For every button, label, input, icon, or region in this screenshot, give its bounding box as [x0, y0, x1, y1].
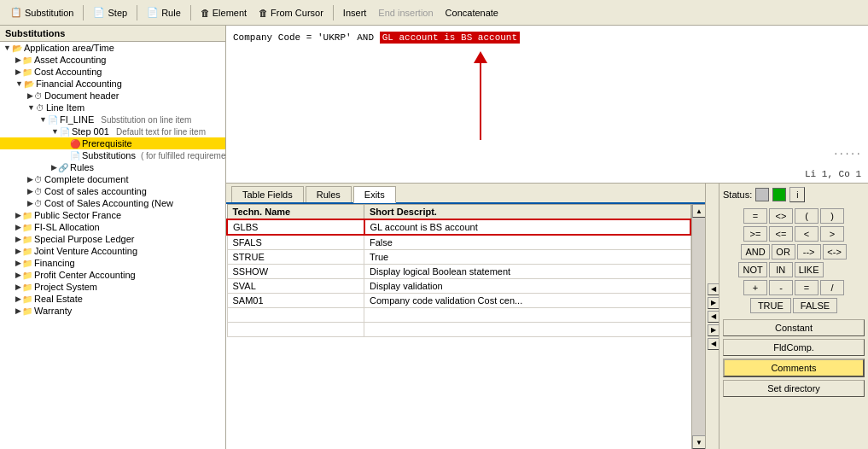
tree-item-cost[interactable]: ▶ 📁 Cost Accounting: [0, 66, 225, 78]
side-btn4[interactable]: ▶: [708, 324, 719, 336]
tree-item-warranty[interactable]: ▶ 📁 Warranty: [0, 305, 225, 317]
op-plus[interactable]: +: [743, 280, 767, 295]
expand-icon[interactable]: ▶: [15, 247, 21, 255]
tree-item-real-estate[interactable]: ▶ 📁 Real Estate: [0, 293, 225, 305]
op-like[interactable]: LIKE: [795, 262, 824, 277]
tree-item-joint-venture[interactable]: ▶ 📁 Joint Venture Accounting: [0, 245, 225, 257]
expand-icon[interactable]: ▶: [27, 175, 33, 184]
toolbar-insert[interactable]: Insert: [338, 5, 372, 20]
panel-header: Substitutions: [0, 26, 225, 42]
op-slash[interactable]: /: [820, 280, 844, 295]
toolbar-element[interactable]: 🗑 Element: [195, 5, 252, 20]
tree-item-fi-line[interactable]: ▼ 📄 FI_LINE Substitution on line item: [0, 114, 225, 125]
expand-icon[interactable]: ▶: [27, 187, 33, 195]
fldcomp-button[interactable]: FldComp.: [723, 339, 865, 356]
tab-table-fields[interactable]: Table Fields: [231, 186, 304, 202]
op-equals[interactable]: =: [743, 208, 767, 224]
expand-icon[interactable]: ▼: [3, 44, 11, 52]
tree-item-complete-doc[interactable]: ▶ ⏱ Complete document: [0, 173, 225, 185]
op-arrow-both[interactable]: <->: [823, 244, 847, 259]
tree-item-fin-acc[interactable]: ▼ 📂 Financial Accounting: [0, 78, 225, 90]
scroll-down-btn[interactable]: ▼: [692, 435, 705, 449]
expand-icon[interactable]: ▶: [27, 91, 33, 100]
tab-exits[interactable]: Exits: [353, 186, 396, 203]
tree-item-step001[interactable]: ▼ 📄 Step 001 Default text for line item: [0, 125, 225, 137]
expand-icon[interactable]: ▶: [27, 199, 33, 207]
op-open-paren[interactable]: (: [795, 208, 818, 224]
table-row-glbs[interactable]: GLBS GL account is BS account: [227, 219, 690, 235]
toolbar-end-insertion[interactable]: End insertion: [373, 5, 438, 20]
table-row-empty1: [227, 308, 690, 323]
tree-item-substitutions[interactable]: ▶ 📄 Substitutions ( for fulfilled requir…: [0, 149, 225, 161]
tree-item-asset[interactable]: ▶ 📁 Asset Accounting: [0, 54, 225, 66]
tree-item-financing[interactable]: ▶ 📁 Financing: [0, 257, 225, 269]
op-false[interactable]: FALSE: [793, 298, 837, 313]
expand-icon[interactable]: ▶: [15, 271, 21, 279]
expand-icon[interactable]: ▶: [15, 283, 21, 291]
expand-icon[interactable]: ▶: [15, 294, 21, 303]
code-editor[interactable]: Company Code = 'UKRP' AND GL account is …: [226, 26, 868, 184]
op-not-equals[interactable]: <>: [769, 208, 793, 224]
expand-icon[interactable]: ▶: [15, 67, 21, 76]
op-true[interactable]: TRUE: [750, 298, 791, 313]
expand-icon[interactable]: ▶: [15, 223, 21, 231]
tree-item-prerequisite[interactable]: ▶ 🔴 Prerequisite: [0, 137, 225, 149]
expand-icon[interactable]: ▼: [39, 115, 47, 124]
table-row-sam01[interactable]: SAM01 Company code validation Cost cen..…: [227, 294, 690, 308]
tree-item-special-purpose[interactable]: ▶ 📁 Special Purpose Ledger: [0, 233, 225, 245]
op-gte[interactable]: >=: [743, 226, 767, 242]
scroll-up-btn[interactable]: ▲: [692, 204, 705, 218]
toolbar-from-cursor[interactable]: 🗑 From Cursor: [253, 5, 329, 20]
expand-icon[interactable]: ▼: [15, 79, 23, 88]
toolbar-step[interactable]: 📄 Step: [88, 4, 132, 20]
cell-name: SFALS: [227, 235, 364, 250]
tree-item-fi-sl[interactable]: ▶ 📁 FI-SL Allocation: [0, 221, 225, 233]
tree-item-project-sys[interactable]: ▶ 📁 Project System: [0, 281, 225, 293]
cell-desc: GL account is BS account: [364, 219, 690, 235]
info-button[interactable]: i: [789, 187, 805, 202]
set-directory-button[interactable]: Set directory: [723, 380, 865, 397]
side-btn3[interactable]: ◀: [708, 311, 719, 323]
op-close-paren[interactable]: ): [820, 208, 844, 224]
side-btn5[interactable]: ◀: [708, 338, 719, 350]
toolbar-substitution[interactable]: 📋 Substitution: [5, 4, 79, 20]
op-and[interactable]: AND: [741, 244, 769, 259]
expand-icon[interactable]: ▼: [27, 103, 35, 112]
constant-button[interactable]: Constant: [723, 319, 865, 336]
side-btn2[interactable]: ▶: [708, 297, 719, 309]
tree-item-app-area[interactable]: ▼ 📂 Application area/Time: [0, 42, 225, 54]
table-row-sval[interactable]: SVAL Display validation: [227, 279, 690, 294]
expand-icon[interactable]: ▶: [15, 259, 21, 267]
op-lt[interactable]: <: [795, 226, 818, 242]
tree-item-line-item[interactable]: ▼ ⏱ Line Item: [0, 102, 225, 114]
op-or[interactable]: OR: [772, 244, 795, 259]
tab-rules[interactable]: Rules: [306, 186, 352, 202]
expand-icon[interactable]: ▼: [51, 127, 59, 136]
tree-item-doc-header[interactable]: ▶ ⏱ Document header: [0, 90, 225, 102]
toolbar-rule[interactable]: 📄 Rule: [142, 4, 186, 20]
table-row-strue[interactable]: STRUE True: [227, 250, 690, 265]
tree-item-cost-sales[interactable]: ▶ ⏱ Cost of sales accounting: [0, 185, 225, 197]
expand-icon[interactable]: ▶: [15, 306, 21, 315]
table-row-sfals[interactable]: SFALS False: [227, 235, 690, 250]
op-star[interactable]: =: [795, 280, 818, 295]
table-row-sshow[interactable]: SSHOW Display logical Boolean statement: [227, 265, 690, 279]
expand-icon[interactable]: ▶: [51, 163, 57, 172]
tree-item-cost-sales-new[interactable]: ▶ ⏱ Cost of Sales Accounting (New: [0, 197, 225, 209]
op-lte[interactable]: <=: [769, 226, 793, 242]
folder-icon: 📁: [22, 55, 32, 65]
op-not[interactable]: NOT: [738, 262, 766, 277]
op-minus[interactable]: -: [769, 280, 793, 295]
tree-item-pub-sector[interactable]: ▶ 📁 Public Sector France: [0, 209, 225, 221]
expand-icon[interactable]: ▶: [15, 235, 21, 243]
side-btn1[interactable]: ◀: [708, 283, 719, 295]
toolbar-concatenate[interactable]: Concatenate: [440, 5, 504, 20]
comments-button[interactable]: Comments: [723, 359, 865, 377]
op-gt[interactable]: >: [820, 226, 844, 242]
expand-icon[interactable]: ▶: [15, 55, 21, 64]
expand-icon[interactable]: ▶: [15, 211, 21, 219]
tree-item-profit-center[interactable]: ▶ 📁 Profit Center Accounting: [0, 269, 225, 281]
op-arrow-right[interactable]: -->: [797, 244, 821, 259]
op-in[interactable]: IN: [769, 262, 793, 277]
tree-item-rules[interactable]: ▶ 🔗 Rules: [0, 161, 225, 173]
